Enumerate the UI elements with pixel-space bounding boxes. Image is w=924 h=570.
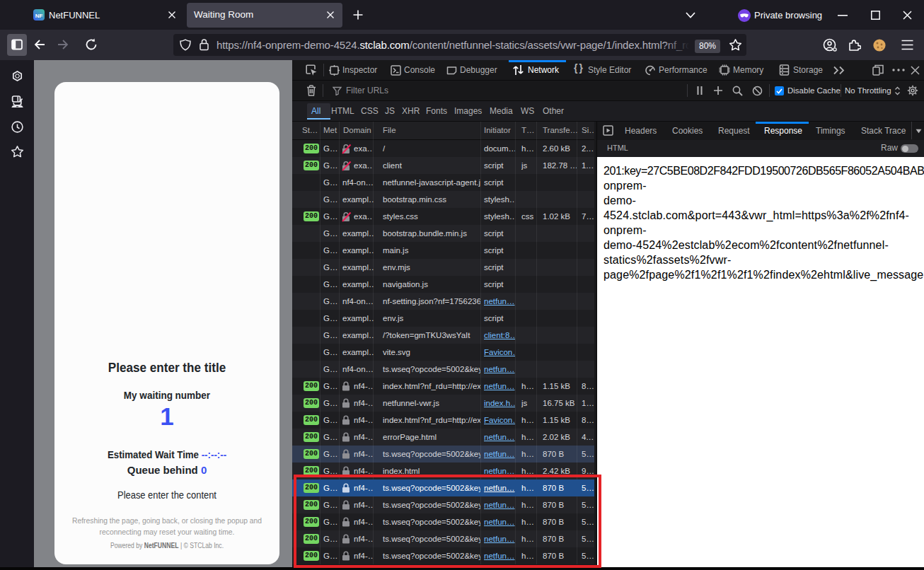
svg-text:NF: NF <box>35 13 43 19</box>
